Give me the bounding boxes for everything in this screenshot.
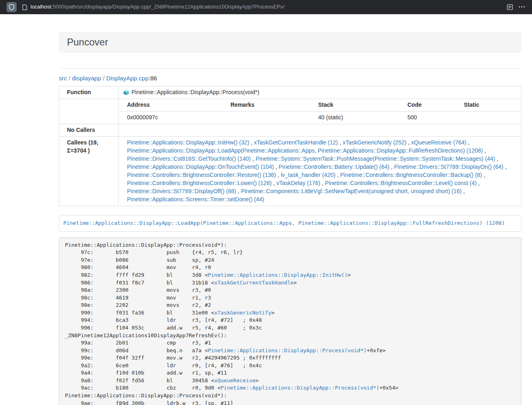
table-row: 0x0000097c 40 (static) 500 xyxy=(118,112,521,124)
callee-link[interactable]: vTaskDelay (176) xyxy=(276,180,320,186)
empty-header-cell xyxy=(59,99,118,124)
callee-link[interactable]: Pinetime::Drivers::St7789::DisplayOff() … xyxy=(127,188,236,194)
code-symbol-link[interactable]: xQueueReceive xyxy=(214,377,256,383)
page-actions-menu-icon[interactable]: ⋯ xyxy=(516,2,528,13)
divider xyxy=(59,68,521,69)
col-code: Code xyxy=(399,99,455,111)
callee-link[interactable]: Pinetime::Applications::DisplayApp::OnTo… xyxy=(127,164,274,170)
function-name: Pinetime::Applications::DisplayApp::Proc… xyxy=(131,88,259,97)
url-path: :5000/path/src/displayapp/DisplayApp.cpp… xyxy=(51,4,284,10)
callee-link[interactable]: Pinetime::Controllers::Battery::Update()… xyxy=(279,164,390,170)
address-row: Address Remarks Stack Code Static 0x0000… xyxy=(59,99,521,124)
browser-toolbar: localhost:5000/path/src/displayapp/Displ… xyxy=(0,0,532,14)
breadcrumb-link[interactable]: DisplayApp.cpp xyxy=(106,75,149,82)
stack-value: 40 (static) xyxy=(310,112,399,124)
callee-link[interactable]: xTaskGetCurrentTaskHandle (12) xyxy=(254,139,338,146)
function-label: Function xyxy=(59,86,118,99)
callees-label: Callees (19, Σ=3704 ) xyxy=(59,137,118,206)
no-callers-label: No Callers xyxy=(59,124,118,137)
function-name-cell: Pinetime::Applications::DisplayApp::Proc… xyxy=(118,86,521,99)
page-info-icon[interactable] xyxy=(22,4,27,10)
main-content: Puncover src / displayapp / DisplayApp.c… xyxy=(59,32,521,405)
callee-link[interactable]: xTaskGenericNotify (252) xyxy=(342,139,406,146)
code-symbol-link[interactable]: xTaskGenericNotify xyxy=(214,310,271,316)
code-symbol-link[interactable]: Pinetime::Applications::DisplayApp::Proc… xyxy=(221,385,379,391)
callee-link[interactable]: Pinetime::System::SystemTask::PushMessag… xyxy=(256,155,495,162)
code-size-value: 500 xyxy=(399,112,455,124)
breadcrumb-link[interactable]: src xyxy=(59,75,67,82)
no-callers-row: No Callers xyxy=(59,124,521,137)
col-remarks: Remarks xyxy=(222,99,310,111)
address-value: 0x0000097c xyxy=(118,112,222,124)
callee-link[interactable]: Pinetime::Applications::DisplayApp::Load… xyxy=(127,147,483,154)
no-callers-cell xyxy=(118,124,521,137)
disassembly-code: Pinetime::Applications::DisplayApp::Proc… xyxy=(59,237,521,405)
callee-link[interactable]: Pinetime::Controllers::BrightnessControl… xyxy=(127,172,276,178)
callee-link[interactable]: Pinetime::Drivers::Cst816S::GetTouchInfo… xyxy=(127,155,251,162)
callee-link[interactable]: Pinetime::Controllers::BrightnessControl… xyxy=(127,180,271,186)
callees-row: Callees (19, Σ=3704 ) Pinetime::Applicat… xyxy=(59,137,521,206)
code-symbol-link[interactable]: Pinetime::Applications::DisplayApp::Proc… xyxy=(208,347,366,353)
reader-mode-icon[interactable] xyxy=(504,2,516,13)
function-row: Function Pinetime::Applications::Display… xyxy=(59,86,521,99)
callee-link[interactable]: xQueueReceive (764) xyxy=(411,139,466,146)
callee-link[interactable]: Pinetime::Applications::DisplayApp::Init… xyxy=(127,139,249,146)
url-host: localhost xyxy=(30,4,51,10)
remarks-value xyxy=(222,112,310,124)
col-stack: Stack xyxy=(310,99,399,111)
callee-link[interactable]: Pinetime::Components::LittleVgl::SetNewT… xyxy=(241,188,462,194)
method-cube-icon xyxy=(123,90,129,95)
code-symbol-link[interactable]: xTaskGetCurrentTaskHandle xyxy=(214,280,294,286)
address-table: Address Remarks Stack Code Static 0x0000… xyxy=(118,99,521,124)
breadcrumb-separator: / xyxy=(67,75,72,82)
url-text: localhost:5000/path/src/displayapp/Displ… xyxy=(30,3,284,11)
callees-cell: Pinetime::Applications::DisplayApp::Init… xyxy=(118,137,521,206)
col-address: Address xyxy=(118,99,222,111)
breadcrumb: src / displayapp / DisplayApp.cpp:86 xyxy=(59,74,521,82)
col-static: Static xyxy=(455,99,521,111)
address-table-cell: Address Remarks Stack Code Static 0x0000… xyxy=(118,99,521,124)
callee-link[interactable]: lv_task_handler (420) xyxy=(281,172,336,178)
breadcrumb-link[interactable]: displayapp xyxy=(72,75,101,82)
page-title: Puncover xyxy=(67,37,513,47)
callee-link[interactable]: Pinetime::Drivers::St7789::DisplayOn() (… xyxy=(394,164,503,170)
tracking-protection-shield-icon[interactable] xyxy=(6,2,17,12)
breadcrumb-line-number: :86 xyxy=(149,75,157,82)
callee-panel-heading: Pinetime::Applications::DisplayApp::Load… xyxy=(59,215,521,232)
callee-panel-link[interactable]: Pinetime::Applications::DisplayApp::Load… xyxy=(63,220,505,226)
url-bar[interactable]: localhost:5000/path/src/displayapp/Displ… xyxy=(22,3,504,11)
code-symbol-link[interactable]: Pinetime::Applications::DisplayApp::Init… xyxy=(208,272,347,278)
callee-link[interactable]: Pinetime::Applications::Screens::Timer::… xyxy=(127,196,264,202)
callee-link[interactable]: Pinetime::Controllers::BrightnessControl… xyxy=(340,172,482,178)
app-header: Puncover xyxy=(59,32,521,53)
callee-link[interactable]: Pinetime::Controllers::BrightnessControl… xyxy=(325,180,476,186)
static-value xyxy=(455,112,521,124)
breadcrumb-separator: / xyxy=(101,75,106,82)
function-table: Function Pinetime::Applications::Display… xyxy=(59,86,521,206)
